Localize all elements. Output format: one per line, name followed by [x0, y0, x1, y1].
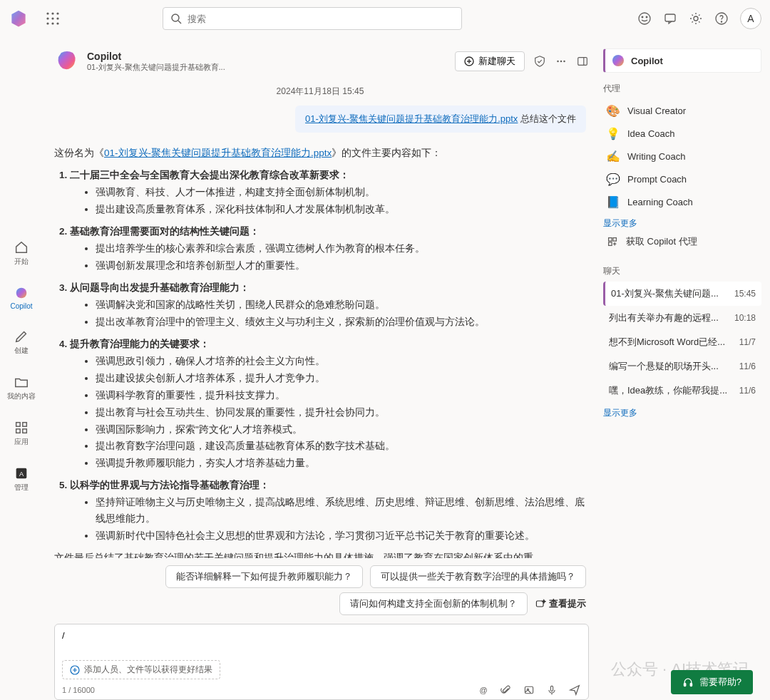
new-chat-button[interactable]: 新建聊天 [455, 51, 525, 71]
show-more-agents[interactable]: 显示更多 [603, 217, 637, 230]
view-prompt-button[interactable]: 查看提示 [535, 597, 586, 610]
svg-rect-35 [550, 686, 553, 691]
chat-item-time: 10:18 [734, 313, 756, 323]
bullet-item: 提出教育与社会互动共生、协同发展的重要性，提升社会协同力。 [96, 405, 586, 421]
agent-icon: 💬 [606, 172, 620, 186]
get-agents-button[interactable]: 获取 Copilot 代理 [603, 231, 761, 252]
agent-item[interactable]: 💡Idea Coach [603, 122, 761, 145]
emoji-icon[interactable] [637, 11, 652, 26]
chat-history-item[interactable]: 列出有关举办有趣的远程...10:18 [603, 306, 761, 330]
svg-point-0 [46, 12, 48, 14]
svg-point-9 [172, 14, 179, 21]
bullet-item: 强调解决党和国家的战略性关切，围绕人民群众的急难愁盼问题。 [96, 297, 586, 314]
svg-point-13 [646, 16, 647, 18]
send-icon[interactable] [568, 684, 581, 696]
chat-item-time: 11/7 [739, 337, 756, 347]
attach-icon[interactable] [500, 684, 513, 696]
compose-input[interactable]: / [62, 630, 581, 652]
chat-item-title: 编写一个悬疑的职场开头... [609, 360, 735, 373]
agent-label: Learning Coach [627, 197, 693, 207]
shield-icon[interactable] [533, 55, 546, 68]
nav-label: 应用 [14, 437, 29, 447]
suggestion-pill[interactable]: 可以提供一些关于教育数字治理的具体措施吗？ [370, 565, 586, 588]
agent-icon: 💡 [606, 126, 620, 140]
chat-history-item[interactable]: 01-刘复兴-聚焦关键问题...15:45 [603, 282, 761, 306]
nav-create[interactable]: 创建 [4, 326, 38, 359]
svg-text:A: A [19, 470, 24, 478]
nav-label: Copilot [10, 302, 32, 310]
agent-item[interactable]: 💬Prompt Coach [603, 168, 761, 190]
compose-box[interactable]: / 添加人员、文件等以获得更好结果 1 / 16000 @ [54, 624, 589, 700]
pencil-icon [14, 329, 29, 344]
agents-section-title: 代理 [603, 83, 761, 95]
svg-point-27 [560, 61, 563, 63]
section-item: 以科学的世界观与方法论指导基础教育治理：坚持辩证唯物主义与历史唯物主义，提高战略… [70, 478, 586, 545]
need-help-button[interactable]: 需要帮助? [671, 670, 753, 694]
nav-my-content[interactable]: 我的内容 [4, 371, 38, 404]
right-copilot-header[interactable]: Copilot [603, 48, 761, 73]
mic-icon[interactable] [545, 684, 558, 696]
svg-point-8 [56, 22, 58, 24]
sparkle-icon [535, 598, 546, 609]
svg-rect-39 [609, 242, 612, 246]
agent-item[interactable]: 🎨Visual Creator [603, 99, 761, 122]
bullet-item: 强调教育、科技、人才一体推进，构建支持全面创新体制机制。 [96, 185, 586, 201]
bullet-item: 强调提升教师履职能力，夯实人才培养基础力量。 [96, 455, 586, 472]
chat-history-item[interactable]: 嘿，Idea教练，你能帮我提...11/6 [603, 379, 761, 403]
svg-rect-21 [16, 429, 21, 433]
agent-icon: ✍️ [606, 149, 620, 163]
folder-icon [14, 374, 29, 390]
more-icon[interactable] [555, 55, 568, 68]
chat-header: Copilot 01-刘复兴-聚焦关键问题提升基础教育... 新建聊天 [51, 46, 597, 80]
admin-icon: A [14, 465, 29, 481]
nav-apps[interactable]: 应用 [4, 417, 38, 450]
bullet-item: 提出建设高质量教育体系，深化科技体制和人才发展体制机制改革。 [96, 202, 586, 218]
svg-point-36 [612, 55, 624, 66]
svg-point-2 [56, 12, 58, 14]
svg-point-5 [56, 17, 58, 19]
agent-item[interactable]: ✍️Writing Coach [603, 145, 761, 168]
search-box[interactable] [163, 7, 462, 30]
image-icon[interactable] [523, 684, 535, 696]
show-more-chats[interactable]: 显示更多 [603, 407, 637, 419]
panel-icon[interactable] [576, 55, 589, 68]
bullet-item: 提出培养学生的核心素养和综合素质，强调立德树人作为教育的根本任务。 [96, 241, 586, 257]
file-link[interactable]: 01-刘复兴-聚焦关键问题提升基础教育治理能力.pptx [305, 113, 518, 124]
bullet-item: 提出教育数字治理问题，建设高质量基础教育体系的数字技术基础。 [96, 438, 586, 455]
chat-item-time: 11/6 [739, 361, 756, 371]
closing-text: 文件最后总结了基础教育治理的若干关键问题和提升治理能力的具体措施，强调了教育在国… [54, 550, 586, 558]
chat-item-title: 想不到Microsoft Word已经... [609, 336, 735, 349]
suggestion-pill[interactable]: 请问如何构建支持全面创新的体制机制？ [339, 592, 528, 615]
nav-admin[interactable]: A 管理 [4, 463, 38, 495]
svg-rect-20 [23, 423, 27, 427]
svg-rect-41 [690, 684, 692, 686]
bullet-item: 强调创新发展理念和培养创新型人才的重要性。 [96, 258, 586, 274]
chat-subtitle: 01-刘复兴-聚焦关键问题提升基础教育... [87, 62, 225, 73]
agent-item[interactable]: 📘Learning Coach [603, 190, 761, 213]
svg-rect-40 [684, 684, 685, 686]
app-launcher-icon[interactable] [46, 11, 60, 26]
help-icon[interactable] [714, 11, 729, 26]
nav-label: 我的内容 [7, 391, 36, 401]
user-message: 01-刘复兴-聚焦关键问题提升基础教育治理能力.pptx 总结这个文件 [295, 105, 586, 133]
suggestion-pill[interactable]: 能否详细解释一下如何提升教师履职能力？ [165, 565, 363, 588]
chat-history-item[interactable]: 编写一个悬疑的职场开头...11/6 [603, 354, 761, 379]
search-input[interactable] [188, 14, 454, 24]
svg-point-17 [721, 21, 722, 22]
add-context-chip[interactable]: 添加人员、文件等以获得更好结果 [62, 660, 220, 679]
plus-icon [464, 56, 474, 66]
nav-copilot[interactable]: Copilot [4, 282, 38, 313]
mention-icon[interactable]: @ [477, 684, 490, 696]
settings-gear-icon[interactable] [689, 11, 703, 26]
nav-home[interactable]: 开始 [4, 237, 38, 269]
chat-history-item[interactable]: 想不到Microsoft Word已经...11/7 [603, 330, 761, 354]
file-link-inline[interactable]: 01-刘复兴-聚焦关键问题提升基础教育治理能力.pptx [104, 148, 332, 158]
home-icon [14, 240, 29, 255]
agent-label: Visual Creator [627, 105, 686, 116]
agent-icon: 📘 [606, 195, 620, 209]
user-avatar[interactable]: A [740, 8, 761, 29]
svg-point-11 [639, 13, 650, 24]
feedback-icon[interactable] [663, 11, 677, 26]
plus-circle-icon [70, 665, 80, 675]
svg-point-6 [46, 22, 48, 24]
